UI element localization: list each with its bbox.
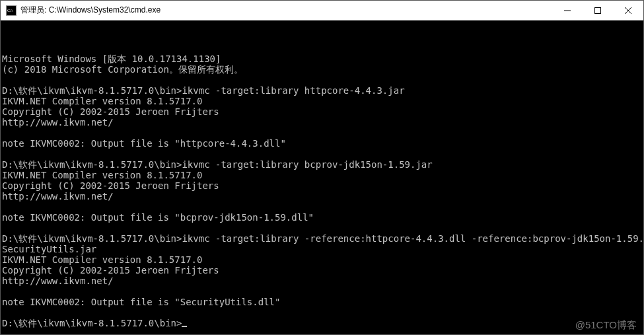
terminal-line — [2, 223, 642, 233]
maximize-button[interactable] — [583, 1, 613, 20]
terminal-line: note IKVMC0002: Output file is "httpcore… — [2, 138, 642, 149]
terminal-line — [2, 307, 642, 318]
terminal-line: http://www.ikvm.net/ — [2, 191, 642, 202]
maximize-icon — [594, 7, 601, 14]
terminal-line: Copyright (C) 2002-2015 Jeroen Frijters — [2, 265, 642, 276]
terminal-line: http://www.ikvm.net/ — [2, 276, 642, 286]
terminal-line: (c) 2018 Microsoft Corporation。保留所有权利。 — [2, 64, 642, 75]
terminal-line — [2, 202, 642, 212]
terminal-line — [2, 75, 642, 85]
terminal-line: http://www.ikvm.net/ — [2, 117, 642, 128]
terminal-prompt: D:\软件\ikvm\ikvm-8.1.5717.0\bin> — [2, 318, 182, 328]
terminal-prompt-line[interactable]: D:\软件\ikvm\ikvm-8.1.5717.0\bin> — [2, 318, 642, 328]
terminal-line: SecurityUtils.jar — [2, 244, 642, 254]
terminal-line: D:\软件\ikvm\ikvm-8.1.5717.0\bin>ikvmc -ta… — [2, 85, 642, 96]
window-title: 管理员: C:\Windows\System32\cmd.exe — [20, 5, 161, 16]
minimize-icon — [564, 7, 571, 14]
cursor — [182, 326, 187, 327]
terminal-line: note IKVMC0002: Output file is "bcprov-j… — [2, 212, 642, 223]
minimize-button[interactable] — [552, 1, 583, 20]
terminal-area[interactable]: Microsoft Windows [版本 10.0.17134.1130](c… — [1, 20, 643, 334]
terminal-line: Copyright (C) 2002-2015 Jeroen Frijters — [2, 180, 642, 191]
terminal-line: IKVM.NET Compiler version 8.1.5717.0 — [2, 96, 642, 106]
terminal-line — [2, 149, 642, 159]
terminal-line: Copyright (C) 2002-2015 Jeroen Frijters — [2, 106, 642, 117]
svg-rect-4 — [595, 7, 601, 13]
cmd-window: C:\ 管理员: C:\Windows\System32\cmd.exe Mic… — [0, 0, 644, 335]
titlebar[interactable]: C:\ 管理员: C:\Windows\System32\cmd.exe — [1, 1, 643, 20]
close-button[interactable] — [613, 1, 643, 20]
terminal-line: note IKVMC0002: Output file is "Security… — [2, 297, 642, 307]
terminal-line: IKVM.NET Compiler version 8.1.5717.0 — [2, 254, 642, 265]
cmd-icon: C:\ — [6, 5, 17, 16]
close-icon — [625, 7, 631, 14]
terminal-line: D:\软件\ikvm\ikvm-8.1.5717.0\bin>ikvmc -ta… — [2, 233, 642, 244]
terminal-line: IKVM.NET Compiler version 8.1.5717.0 — [2, 170, 642, 180]
terminal-line — [2, 286, 642, 297]
terminal-line: D:\软件\ikvm\ikvm-8.1.5717.0\bin>ikvmc -ta… — [2, 159, 642, 170]
svg-text:C:\: C:\ — [7, 8, 13, 13]
terminal-line: Microsoft Windows [版本 10.0.17134.1130] — [2, 54, 642, 64]
terminal-line — [2, 128, 642, 138]
